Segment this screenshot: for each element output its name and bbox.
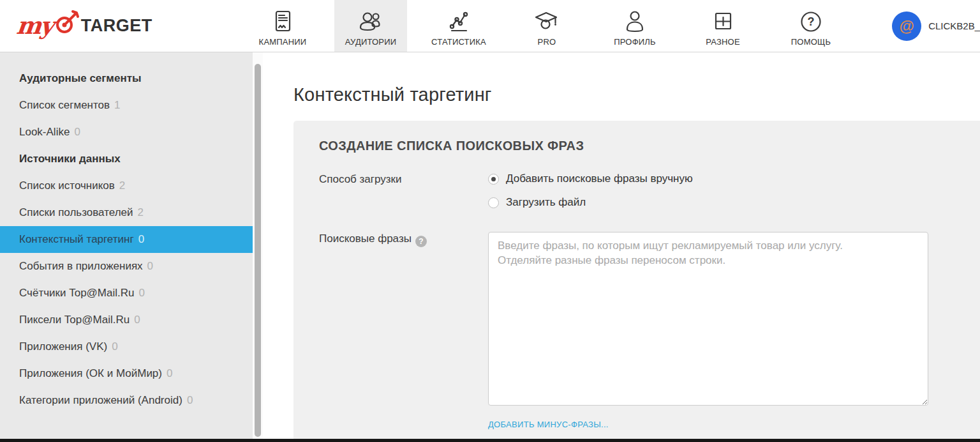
nav-item-campaigns[interactable]: КАМПАНИИ — [246, 0, 319, 52]
creation-card: СОЗДАНИЕ СПИСКА ПОИСКОВЫХ ФРАЗ Способ за… — [293, 121, 980, 442]
campaigns-icon — [270, 8, 295, 35]
sidebar-item-user-lists[interactable]: Списки пользователей2 — [0, 199, 253, 226]
mailru-avatar-icon: @ — [892, 11, 921, 41]
content: Контекстный таргетинг СОЗДАНИЕ СПИСКА ПО… — [263, 52, 980, 442]
item-count: 2 — [119, 179, 125, 192]
item-count: 0 — [138, 287, 144, 299]
sidebar-item-top-mailru-pixels[interactable]: Пиксели Top@Mail.Ru0 — [0, 307, 253, 333]
profile-icon — [622, 8, 648, 35]
help-icon[interactable]: ? — [415, 236, 427, 247]
main-nav: КАМПАНИИ АУДИТОРИИ СТАТИСТИКА PRO ПРОФИЛ… — [246, 0, 847, 52]
search-phrases-row: Поисковые фразы? ДОБАВИТЬ МИНУС-ФРАЗЫ... — [319, 232, 980, 430]
item-count: 0 — [167, 367, 172, 379]
radio-button[interactable] — [488, 197, 499, 208]
sidebar-item-contextual-targeting[interactable]: Контекстный таргетинг0 — [0, 226, 253, 253]
svg-text:?: ? — [808, 15, 815, 28]
sidebar-item-top-mailru-counters[interactable]: Счётчики Top@Mail.Ru0 — [0, 280, 253, 307]
nav-item-audiences[interactable]: АУДИТОРИИ — [334, 0, 407, 52]
item-count: 0 — [134, 314, 140, 326]
radio-option-manual[interactable]: Добавить поисковые фразы вручную — [488, 172, 693, 185]
sidebar-section-audience-segments: Аудиторные сегменты — [0, 65, 253, 92]
misc-icon — [710, 8, 736, 35]
sidebar-item-apps-vk[interactable]: Приложения (VK)0 — [0, 333, 253, 360]
item-count: 1 — [114, 99, 120, 111]
help-icon: ? — [798, 8, 824, 35]
sidebar-scrollbar-track[interactable] — [253, 52, 263, 442]
upload-method-row: Способ загрузки Добавить поисковые фразы… — [319, 172, 980, 209]
radio-button[interactable] — [488, 174, 499, 185]
target-dart-icon — [52, 8, 80, 40]
sidebar: Аудиторные сегменты Список сегментов1 Lo… — [0, 52, 253, 442]
nav-item-statistics[interactable]: СТАТИСТИКА — [422, 0, 495, 52]
logo-target-text: TARGET — [81, 17, 152, 34]
sidebar-item-app-events[interactable]: События в приложениях0 — [0, 253, 253, 280]
sidebar-item-apps-ok-moymir[interactable]: Приложения (ОК и МойМир)0 — [0, 360, 253, 387]
bottom-bar — [0, 439, 980, 442]
nav-item-misc[interactable]: РАЗНОЕ — [687, 0, 759, 52]
page-body: Аудиторные сегменты Список сегментов1 Lo… — [0, 52, 980, 442]
nav-item-pro[interactable]: PRO — [510, 0, 583, 52]
pro-icon — [533, 8, 560, 35]
nav-item-profile[interactable]: ПРОФИЛЬ — [598, 0, 671, 52]
sidebar-scrollbar-thumb[interactable] — [255, 64, 261, 437]
statistics-icon — [446, 8, 471, 35]
upload-method-label: Способ загрузки — [319, 172, 488, 209]
item-count: 2 — [138, 206, 144, 218]
username: CLICKB2B_ — [928, 20, 980, 31]
top-nav-bar: my TARGET КАМПАНИИ АУДИТОРИИ — [0, 0, 980, 52]
search-phrases-label: Поисковые фразы? — [319, 232, 488, 430]
item-count: 0 — [138, 233, 144, 245]
radio-option-file[interactable]: Загрузить файл — [488, 196, 693, 209]
logo-my-text: my — [15, 14, 54, 38]
sidebar-item-sources-list[interactable]: Список источников2 — [0, 172, 253, 199]
item-count: 0 — [112, 340, 117, 353]
item-count: 0 — [147, 260, 153, 272]
upload-method-options: Добавить поисковые фразы вручную Загрузи… — [488, 172, 693, 209]
add-minus-phrases-link[interactable]: ДОБАВИТЬ МИНУС-ФРАЗЫ... — [488, 420, 609, 429]
search-phrases-textarea[interactable] — [488, 232, 928, 406]
item-count: 0 — [187, 394, 193, 406]
sidebar-item-segments-list[interactable]: Список сегментов1 — [0, 92, 253, 119]
user-account[interactable]: @ CLICKB2B_ — [887, 0, 980, 52]
search-phrases-field-wrap: ДОБАВИТЬ МИНУС-ФРАЗЫ... — [488, 232, 928, 430]
item-count: 0 — [74, 126, 80, 138]
sidebar-item-look-alike[interactable]: Look-Alike0 — [0, 119, 253, 146]
audiences-icon — [357, 8, 385, 35]
sidebar-section-data-sources: Источники данных — [0, 146, 253, 172]
logo-area: my TARGET — [0, 0, 246, 52]
mytarget-logo[interactable]: my TARGET — [17, 8, 152, 44]
page-title: Контекстный таргетинг — [293, 84, 980, 105]
sidebar-item-app-categories-android[interactable]: Категории приложений (Android)0 — [0, 387, 253, 414]
nav-item-help[interactable]: ? ПОМОЩЬ — [775, 0, 847, 52]
card-heading: СОЗДАНИЕ СПИСКА ПОИСКОВЫХ ФРАЗ — [319, 139, 980, 153]
